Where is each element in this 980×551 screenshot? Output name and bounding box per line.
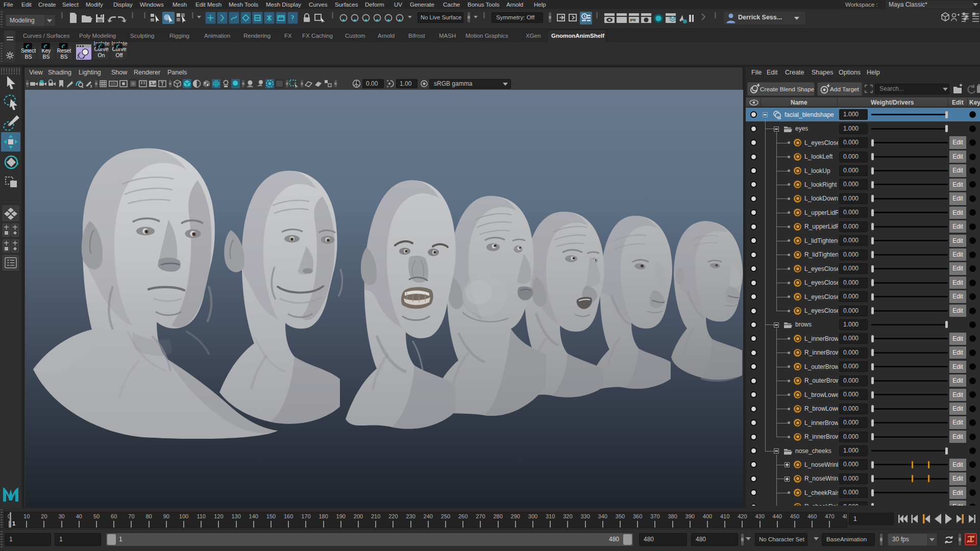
svg-text:T: T	[161, 81, 164, 87]
svg-text:IPR: IPR	[630, 18, 636, 22]
